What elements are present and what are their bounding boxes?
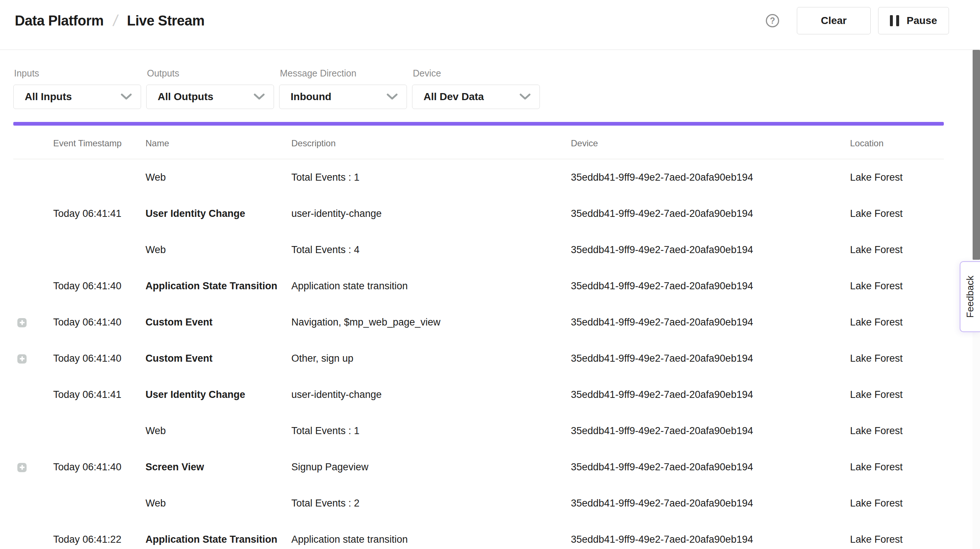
event-name-cell: Web	[145, 231, 291, 268]
expand-cell	[13, 413, 53, 449]
event-timestamp-cell: Today 06:41:40	[53, 268, 145, 304]
scrollbar-thumb[interactable]	[973, 50, 980, 260]
expand-cell	[13, 449, 53, 485]
table-header-row: Event Timestamp Name Description Device …	[13, 128, 944, 159]
feedback-tab[interactable]: Feedback	[960, 261, 980, 332]
column-header-device: Device	[571, 128, 850, 159]
page-title: Live Stream	[127, 13, 205, 29]
event-name-cell: Web	[145, 159, 291, 196]
event-name-cell: User Identity Change	[145, 195, 291, 231]
chevron-down-icon	[254, 94, 265, 100]
outputs-select[interactable]: All Outputs	[146, 85, 274, 109]
expand-cell	[13, 268, 53, 304]
event-timestamp-cell: Today 06:41:22	[53, 521, 145, 549]
table-row[interactable]: WebTotal Events : 435eddb41-9ff9-49e2-7a…	[13, 231, 944, 268]
table-row[interactable]: Today 06:41:40Screen ViewSignup Pageview…	[13, 449, 944, 485]
event-timestamp-cell: Today 06:41:41	[53, 195, 145, 231]
device-cell: 35eddb41-9ff9-49e2-7aed-20afa90eb194	[571, 268, 850, 304]
event-timestamp-cell	[53, 159, 145, 196]
table-row[interactable]: Today 06:41:41User Identity Changeuser-i…	[13, 195, 944, 231]
column-header-description: Description	[291, 128, 571, 159]
event-table-body: WebTotal Events : 135eddb41-9ff9-49e2-7a…	[13, 159, 944, 549]
header-actions: ? Clear Pause	[766, 7, 949, 34]
event-name-cell: Web	[145, 413, 291, 449]
location-cell: Lake Forest	[850, 521, 944, 549]
event-timestamp-cell	[53, 413, 145, 449]
location-cell: Lake Forest	[850, 377, 944, 413]
expand-cell	[13, 377, 53, 413]
column-header-event-timestamp: Event Timestamp	[53, 128, 145, 159]
feedback-tab-label: Feedback	[964, 276, 976, 318]
help-icon-glyph: ?	[770, 16, 775, 26]
expand-row-button[interactable]	[18, 354, 27, 364]
breadcrumb-data-platform[interactable]: Data Platform	[15, 13, 104, 29]
expand-cell	[13, 304, 53, 340]
event-timestamp-cell: Today 06:41:40	[53, 340, 145, 377]
help-icon[interactable]: ?	[766, 14, 779, 27]
pause-icon	[890, 15, 899, 26]
message-direction-select[interactable]: Inbound	[279, 85, 407, 109]
event-description-cell: Total Events : 1	[291, 159, 571, 196]
location-cell: Lake Forest	[850, 195, 944, 231]
location-cell: Lake Forest	[850, 413, 944, 449]
inputs-select-value: All Inputs	[25, 91, 72, 103]
location-cell: Lake Forest	[850, 159, 944, 196]
device-cell: 35eddb41-9ff9-49e2-7aed-20afa90eb194	[571, 340, 850, 377]
device-cell: 35eddb41-9ff9-49e2-7aed-20afa90eb194	[571, 449, 850, 485]
location-cell: Lake Forest	[850, 449, 944, 485]
chevron-down-icon	[387, 94, 398, 100]
device-select[interactable]: All Dev Data	[412, 85, 540, 109]
event-description-cell: user-identity-change	[291, 377, 571, 413]
table-row[interactable]: Today 06:41:22Application State Transiti…	[13, 521, 944, 549]
event-description-cell: Other, sign up	[291, 340, 571, 377]
event-name-cell: Custom Event	[145, 304, 291, 340]
message-direction-label: Message Direction	[280, 68, 407, 79]
table-row[interactable]: WebTotal Events : 235eddb41-9ff9-49e2-7a…	[13, 485, 944, 521]
filter-outputs: Outputs All Outputs	[146, 50, 274, 109]
device-cell: 35eddb41-9ff9-49e2-7aed-20afa90eb194	[571, 377, 850, 413]
event-timestamp-cell: Today 06:41:40	[53, 304, 145, 340]
device-select-value: All Dev Data	[423, 91, 484, 103]
event-name-cell: User Identity Change	[145, 377, 291, 413]
outputs-select-value: All Outputs	[158, 91, 213, 103]
stream-progress-bar	[13, 122, 944, 126]
device-cell: 35eddb41-9ff9-49e2-7aed-20afa90eb194	[571, 485, 850, 521]
event-table: Event Timestamp Name Description Device …	[13, 128, 944, 549]
device-cell: 35eddb41-9ff9-49e2-7aed-20afa90eb194	[571, 195, 850, 231]
table-row[interactable]: Today 06:41:40Application State Transiti…	[13, 268, 944, 304]
device-cell: 35eddb41-9ff9-49e2-7aed-20afa90eb194	[571, 159, 850, 196]
expand-row-button[interactable]	[18, 463, 27, 472]
event-name-cell: Web	[145, 485, 291, 521]
event-description-cell: Signup Pageview	[291, 449, 571, 485]
expand-cell	[13, 195, 53, 231]
event-timestamp-cell	[53, 231, 145, 268]
filter-bar: Inputs All Inputs Outputs All Outputs Me…	[13, 50, 540, 109]
table-row[interactable]: WebTotal Events : 135eddb41-9ff9-49e2-7a…	[13, 159, 944, 196]
column-header-name: Name	[145, 128, 291, 159]
event-description-cell: user-identity-change	[291, 195, 571, 231]
table-row[interactable]: WebTotal Events : 135eddb41-9ff9-49e2-7a…	[13, 413, 944, 449]
event-timestamp-cell	[53, 485, 145, 521]
pause-button-label: Pause	[907, 15, 937, 27]
filter-device: Device All Dev Data	[412, 50, 540, 109]
expand-cell	[13, 485, 53, 521]
event-description-cell: Navigation, $mp_web_page_view	[291, 304, 571, 340]
clear-button[interactable]: Clear	[797, 7, 871, 34]
table-row[interactable]: Today 06:41:40Custom EventNavigation, $m…	[13, 304, 944, 340]
expand-cell	[13, 231, 53, 268]
inputs-select[interactable]: All Inputs	[13, 85, 141, 109]
table-row[interactable]: Today 06:41:40Custom EventOther, sign up…	[13, 340, 944, 377]
expand-cell	[13, 521, 53, 549]
inputs-label: Inputs	[14, 68, 141, 79]
table-row[interactable]: Today 06:41:41User Identity Changeuser-i…	[13, 377, 944, 413]
breadcrumb: Data Platform / Live Stream	[15, 12, 205, 30]
pause-button[interactable]: Pause	[878, 7, 949, 34]
device-cell: 35eddb41-9ff9-49e2-7aed-20afa90eb194	[571, 413, 850, 449]
breadcrumb-separator: /	[111, 12, 119, 30]
expand-row-button[interactable]	[18, 318, 27, 327]
location-cell: Lake Forest	[850, 485, 944, 521]
event-name-cell: Application State Transition	[145, 268, 291, 304]
filter-message-direction: Message Direction Inbound	[279, 50, 407, 109]
chevron-down-icon	[121, 94, 132, 100]
device-cell: 35eddb41-9ff9-49e2-7aed-20afa90eb194	[571, 304, 850, 340]
